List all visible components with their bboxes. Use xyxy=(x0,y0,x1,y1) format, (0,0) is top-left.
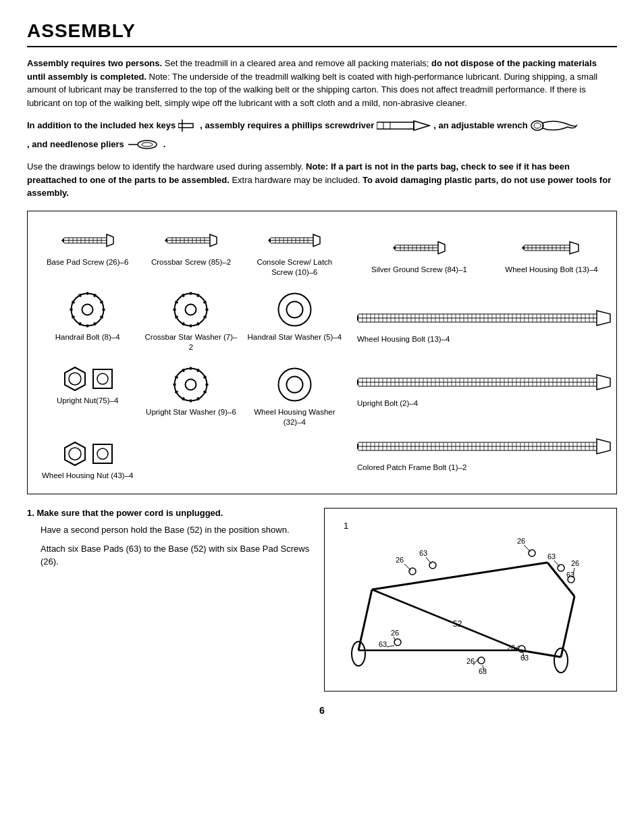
svg-marker-145 xyxy=(357,378,358,386)
hw-item-upright-nut: Upright Nut(75)–4 xyxy=(36,361,139,411)
svg-point-102 xyxy=(286,376,302,392)
svg-point-106 xyxy=(97,448,108,459)
hw-item-wheel-housing-bolt: /* ridges drawn with pattern */ Wheel Ho… xyxy=(353,301,618,350)
svg-marker-23 xyxy=(107,234,113,246)
svg-line-62 xyxy=(80,322,81,325)
svg-line-73 xyxy=(204,316,207,317)
svg-point-9 xyxy=(142,142,153,147)
svg-point-186 xyxy=(478,657,485,664)
svg-point-84 xyxy=(69,373,81,385)
svg-point-87 xyxy=(175,368,207,400)
svg-line-59 xyxy=(101,316,103,317)
hw-label-handrail-star-washer: Crossbar Star Washer (7)–2 xyxy=(143,332,238,353)
svg-point-104 xyxy=(69,448,81,460)
svg-line-60 xyxy=(95,322,96,325)
step-1-para1: Have a second person hold the Base (52) … xyxy=(27,523,311,537)
svg-line-77 xyxy=(176,316,178,317)
svg-point-159 xyxy=(352,642,365,666)
svg-marker-52 xyxy=(268,238,271,243)
step-1-para2: Attach six Base Pads (63) to the Base (5… xyxy=(27,542,311,569)
svg-text:26: 26 xyxy=(571,559,579,567)
svg-line-90 xyxy=(198,369,199,371)
svg-line-99 xyxy=(176,376,178,377)
svg-point-166 xyxy=(429,562,436,569)
hw-item-wheel-housing-washer: Wheel Housing Washer (32)–4 xyxy=(243,361,346,433)
steps-section: 1. Make sure that the power cord is unpl… xyxy=(27,508,617,692)
svg-text:26: 26 xyxy=(396,556,404,564)
svg-line-80 xyxy=(183,294,184,296)
svg-rect-2 xyxy=(377,122,414,129)
hw-label-wheel-housing-washer: Wheel Housing Washer (32)–4 xyxy=(247,407,342,427)
hw-item-upright-washer: Handrail Star Washer (5)–4 xyxy=(243,286,346,348)
hw-label-colored-patch-bolt: Colored Patch Frame Bolt (1)–2 xyxy=(357,463,466,473)
svg-point-7 xyxy=(534,123,541,128)
svg-point-68 xyxy=(186,304,196,315)
svg-line-71 xyxy=(204,301,207,303)
svg-marker-120 xyxy=(393,245,396,251)
svg-line-155 xyxy=(561,596,574,657)
hw-label-handrail-bolt: Wheel Housing Bolt (13)–4 xyxy=(505,265,597,275)
svg-line-152 xyxy=(358,590,372,650)
svg-point-81 xyxy=(278,293,311,325)
svg-point-67 xyxy=(175,293,207,325)
svg-line-182 xyxy=(387,646,394,647)
svg-line-57 xyxy=(101,301,103,303)
svg-line-154 xyxy=(547,563,574,596)
hw-item-silver-ground-screw: Silver Ground Screw (84)–1 xyxy=(353,230,485,280)
svg-marker-134 xyxy=(570,242,579,254)
svg-line-70 xyxy=(198,294,199,296)
svg-rect-85 xyxy=(93,369,112,388)
hw-item-crossbar-screw: Crossbar Screw (85)–2 xyxy=(139,222,242,283)
svg-line-97 xyxy=(176,391,178,392)
svg-line-66 xyxy=(80,294,81,296)
svg-marker-51 xyxy=(313,234,320,246)
svg-text:63: 63 xyxy=(379,640,387,648)
svg-line-79 xyxy=(176,301,178,303)
svg-line-74 xyxy=(198,322,199,325)
svg-text:26: 26 xyxy=(466,657,475,665)
hw-label-console-screw: Console Screw/ Latch Screw (10)–6 xyxy=(247,257,342,278)
hw-label-base-pad-screw: Base Pad Screw (26)–6 xyxy=(47,257,128,267)
svg-point-86 xyxy=(97,373,108,384)
svg-text:26: 26 xyxy=(391,629,399,637)
svg-point-53 xyxy=(72,293,104,325)
screwdriver-icon xyxy=(377,119,431,132)
hw-label-upright-star-washer: Upright Star Washer (9)–6 xyxy=(146,407,236,417)
svg-marker-5 xyxy=(414,121,429,130)
svg-point-101 xyxy=(278,368,311,400)
note-text: Use the drawings below to identify the h… xyxy=(27,160,617,200)
svg-marker-38 xyxy=(165,238,167,243)
hw-label-wheel-housing-bolt: Wheel Housing Bolt (13)–4 xyxy=(357,334,450,344)
hw-label-wheel-housing-nut: Wheel Housing Nut (43)–4 xyxy=(42,471,134,481)
svg-marker-149 xyxy=(597,439,610,454)
svg-marker-140 xyxy=(357,314,358,322)
svg-point-8 xyxy=(138,140,157,149)
intro-text: Assembly requires two persons. Set the t… xyxy=(27,57,617,109)
svg-point-163 xyxy=(409,568,416,575)
svg-line-91 xyxy=(204,376,207,377)
svg-marker-150 xyxy=(357,442,358,450)
svg-marker-135 xyxy=(522,245,525,251)
svg-point-169 xyxy=(529,550,535,556)
svg-point-160 xyxy=(554,648,568,673)
svg-marker-144 xyxy=(597,375,610,390)
hw-label-crossbar-screw: Crossbar Screw (85)–2 xyxy=(151,257,231,267)
hw-item-console-screw: Console Screw/ Latch Screw (10)–6 xyxy=(243,222,346,283)
hw-item-upright-star-washer: Upright Star Washer (9)–6 xyxy=(139,361,242,423)
step-1-number: 1. Make sure that the power cord is unpl… xyxy=(27,508,311,518)
pliers-icon xyxy=(127,137,161,152)
svg-marker-37 xyxy=(210,234,217,246)
svg-point-172 xyxy=(558,565,564,571)
svg-marker-83 xyxy=(65,367,85,390)
page-title: ASSEMBLY xyxy=(27,20,617,47)
svg-rect-105 xyxy=(93,444,112,463)
svg-line-94 xyxy=(198,397,199,400)
hardware-box: Base Pad Screw (26)–6 xyxy=(27,211,617,495)
svg-point-82 xyxy=(286,301,302,317)
hex-key-icon xyxy=(178,119,197,132)
hw-label-upright-washer: Handrail Star Washer (5)–4 xyxy=(248,332,342,342)
svg-marker-103 xyxy=(65,442,85,465)
hw-label-silver-ground-screw: Silver Ground Screw (84)–1 xyxy=(371,265,467,275)
hw-item-base-pad-screw: Base Pad Screw (26)–6 xyxy=(36,222,139,283)
svg-text:1: 1 xyxy=(344,521,348,531)
